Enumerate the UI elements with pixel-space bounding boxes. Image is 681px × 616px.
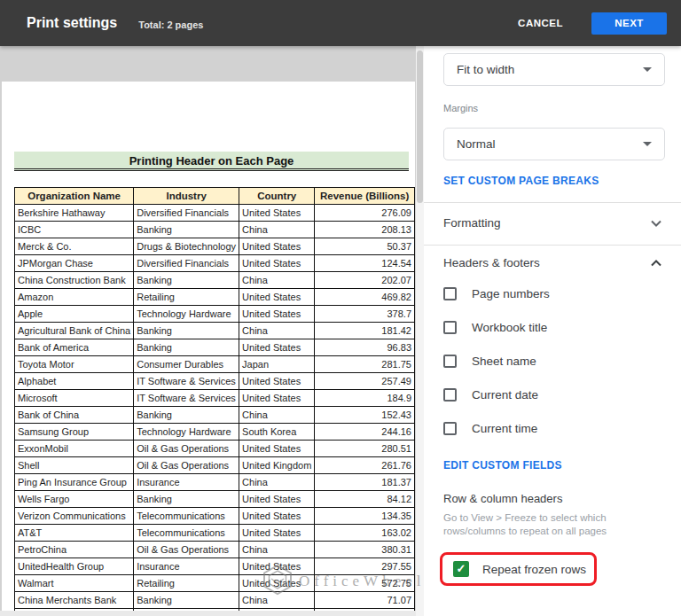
table-row: MicrosoftIT Software & ServicesUnited St…	[15, 390, 415, 407]
table-cell: United States	[239, 255, 315, 272]
checkbox-icon[interactable]	[443, 388, 457, 402]
table-cell: JPMorgan Chase	[15, 255, 134, 272]
checkbox-row-sheet-name[interactable]: Sheet name	[443, 353, 550, 369]
total-pages-label: Total: 2 pages	[138, 19, 203, 30]
table-cell: Verizon Communications	[15, 508, 134, 525]
caret-down-icon	[643, 142, 652, 146]
table-cell: Apple	[15, 306, 134, 323]
table-cell: United States	[239, 205, 315, 222]
revenue-cell: 181.37	[315, 474, 415, 491]
table-cell: United States	[239, 491, 315, 508]
headers-footers-checkbox-list: Page numbersWorkbook titleSheet nameCurr…	[443, 285, 550, 454]
revenue-cell: 380.31	[315, 542, 415, 558]
table-cell: Samsung Group	[15, 424, 134, 441]
table-cell: Telecommunications	[134, 508, 239, 525]
checkbox-row-page-numbers[interactable]: Page numbers	[443, 285, 550, 301]
table-row: Agricultural Bank of ChinaBankingChina18…	[15, 323, 415, 339]
revenue-cell: 257.49	[315, 373, 415, 390]
table-cell: Technology Hardware	[134, 306, 239, 323]
table-cell: United States	[239, 390, 315, 407]
revenue-cell: 276.09	[315, 205, 415, 222]
table-cell: Diversified Financials	[134, 255, 239, 272]
checkbox-icon[interactable]	[443, 422, 457, 435]
table-cell: Banking	[134, 323, 239, 339]
revenue-cell: 244.16	[315, 424, 415, 441]
revenue-cell: 181.42	[315, 323, 415, 339]
revenue-cell: 378.7	[315, 306, 415, 323]
revenue-cell: 261.76	[315, 457, 415, 474]
checkbox-label: Current date	[472, 388, 538, 402]
table-cell: Toyota Motor	[15, 356, 134, 373]
checked-checkbox-icon[interactable]: ✓	[453, 561, 469, 577]
table-row: Samsung GroupTechnology HardwareSouth Ko…	[15, 424, 415, 441]
checkbox-row-workbook-title[interactable]: Workbook title	[443, 319, 550, 335]
table-cell: China Construction Bank	[15, 272, 134, 289]
table-cell: United States	[239, 525, 315, 542]
checkbox-icon[interactable]	[443, 321, 457, 334]
checkbox-label: Current time	[472, 422, 537, 435]
table-cell: United States	[239, 373, 315, 390]
revenue-cell: 124.54	[315, 255, 415, 272]
set-custom-page-breaks-link[interactable]: SET CUSTOM PAGE BREAKS	[443, 175, 599, 187]
table-cell: Agricultural Bank of China	[15, 323, 134, 339]
preview-vertical-scrollbar[interactable]	[416, 46, 424, 616]
table-cell: Insurance	[134, 474, 239, 491]
table-cell: Consumer Durables	[134, 356, 239, 373]
revenue-cell: 50.37	[315, 238, 415, 255]
table-cell: Banking	[134, 592, 239, 609]
table-cell: South Korea	[239, 424, 315, 441]
table-row: AppleTechnology HardwareUnited States378…	[15, 306, 415, 323]
next-button[interactable]: NEXT	[591, 12, 667, 35]
table-cell: Retailing	[134, 289, 239, 306]
column-header: Industry	[134, 188, 239, 205]
preview-horizontal-scrollbar[interactable]	[0, 611, 416, 616]
table-row: JPMorgan ChaseDiversified FinancialsUnit…	[15, 255, 415, 272]
table-cell: Oil & Gas Operations	[134, 457, 239, 474]
table-row: Merck & Co.Drugs & BiotechnologyUnited S…	[15, 238, 415, 255]
table-row: ICBCBankingChina208.13	[15, 222, 415, 238]
repeat-frozen-rows-checkbox[interactable]: ✓ Repeat frozen rows	[440, 552, 597, 586]
revenue-cell: 184.9	[315, 390, 415, 407]
formatting-section-toggle[interactable]: Formatting	[443, 216, 661, 230]
table-cell: United States	[239, 238, 315, 255]
table-cell: China	[239, 542, 315, 558]
table-row: Berkshire HathawayDiversified Financials…	[15, 205, 415, 222]
checkbox-row-current-time[interactable]: Current time	[443, 420, 550, 436]
checkbox-row-current-date[interactable]: Current date	[443, 386, 550, 402]
revenue-cell: 469.82	[315, 289, 415, 306]
table-row: Ping An Insurance GroupInsuranceChina181…	[15, 474, 415, 491]
table-cell: Oil & Gas Operations	[134, 542, 239, 558]
revenue-cell: 152.43	[315, 407, 415, 424]
edit-custom-fields-link[interactable]: EDIT CUSTOM FIELDS	[443, 459, 562, 472]
table-cell: Oil & Gas Operations	[134, 441, 239, 457]
print-settings-topbar: Print settings Total: 2 pages CANCEL NEX…	[0, 0, 681, 46]
revenue-cell: 572.75	[315, 575, 415, 592]
revenue-cell: 134.35	[315, 508, 415, 525]
table-cell: Retailing	[134, 575, 239, 592]
scrollbar-thumb[interactable]	[417, 51, 423, 203]
table-cell: China	[239, 592, 315, 609]
revenue-cell: 96.83	[315, 339, 415, 356]
table-row: Verizon CommunicationsTelecommunications…	[15, 508, 415, 525]
scale-dropdown[interactable]: Fit to width	[443, 53, 665, 86]
table-cell: China	[239, 474, 315, 491]
table-cell: AT&T	[15, 525, 134, 542]
cancel-button[interactable]: CANCEL	[505, 11, 575, 35]
checkbox-icon[interactable]	[443, 355, 457, 368]
table-cell: China Merchants Bank	[15, 592, 134, 609]
chevron-up-icon	[651, 260, 661, 267]
table-row: Bank of AmericaBankingUnited States96.83	[15, 339, 415, 356]
table-row: WalmartRetailingUnited States572.75	[15, 575, 415, 592]
table-cell: China	[239, 272, 315, 289]
table-row: ShellOil & Gas OperationsUnited Kingdom2…	[15, 457, 415, 474]
margins-dropdown[interactable]: Normal	[443, 128, 665, 160]
table-cell: United States	[239, 508, 315, 525]
checkbox-icon[interactable]	[443, 287, 457, 300]
table-row: Bank of ChinaBankingChina152.43	[15, 407, 415, 424]
headers-footers-section-label: Headers & footers	[443, 256, 651, 269]
table-cell: Wells Fargo	[15, 491, 134, 508]
column-header: Country	[239, 188, 315, 205]
table-row: China Construction BankBankingChina202.0…	[15, 272, 415, 289]
table-row: China Merchants BankBankingChina71.07	[15, 592, 415, 609]
headers-footers-section-toggle[interactable]: Headers & footers	[443, 256, 661, 269]
